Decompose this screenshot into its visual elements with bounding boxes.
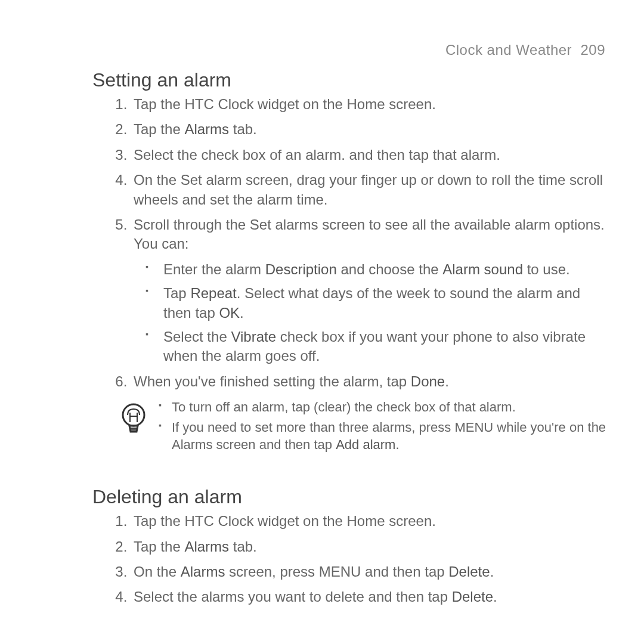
tip-list: To turn off an alarm, tap (clear) the ch…	[159, 398, 608, 456]
heading-setting-alarm: Setting an alarm	[92, 69, 608, 91]
setting-steps-list: Tap the HTC Clock widget on the Home scr…	[104, 95, 608, 391]
list-item: Enter the alarm Description and choose t…	[151, 260, 608, 279]
list-item: To turn off an alarm, tap (clear) the ch…	[159, 398, 608, 416]
list-item: Tap the Alarms tab.	[131, 537, 608, 556]
list-item: Tap the HTC Clock widget on the Home scr…	[131, 512, 608, 531]
list-item: On the Set alarm screen, drag your finge…	[131, 171, 608, 209]
list-item: Tap the HTC Clock widget on the Home scr…	[131, 95, 608, 114]
svg-point-0	[123, 404, 144, 426]
list-item: If you need to set more than three alarm…	[159, 419, 608, 454]
deleting-steps-list: Tap the HTC Clock widget on the Home scr…	[104, 512, 608, 607]
list-item: Select the check box of an alarm. and th…	[131, 145, 608, 165]
section-deleting-alarm: Deleting an alarm Tap the HTC Clock widg…	[72, 486, 608, 607]
page-content: Clock and Weather 209 Setting an alarm T…	[0, 0, 644, 607]
list-item: Scroll through the Set alarms screen to …	[131, 215, 608, 366]
heading-deleting-alarm: Deleting an alarm	[92, 486, 608, 508]
tip-box: To turn off an alarm, tap (clear) the ch…	[119, 398, 608, 456]
header-page-number: 209	[580, 42, 605, 58]
list-item: Tap Repeat. Select what days of the week…	[151, 284, 608, 323]
sub-list: Enter the alarm Description and choose t…	[134, 260, 608, 366]
list-item: Tap the Alarms tab.	[131, 120, 608, 139]
header-section: Clock and Weather	[445, 42, 572, 58]
list-item: On the Alarms screen, press MENU and the…	[131, 562, 608, 581]
list-item: Select the alarms you want to delete and…	[131, 587, 608, 606]
list-item: Select the Vibrate check box if you want…	[151, 327, 608, 366]
lightbulb-icon	[119, 402, 148, 436]
page-header: Clock and Weather 209	[72, 42, 608, 58]
list-item: When you've finished setting the alarm, …	[131, 372, 608, 391]
